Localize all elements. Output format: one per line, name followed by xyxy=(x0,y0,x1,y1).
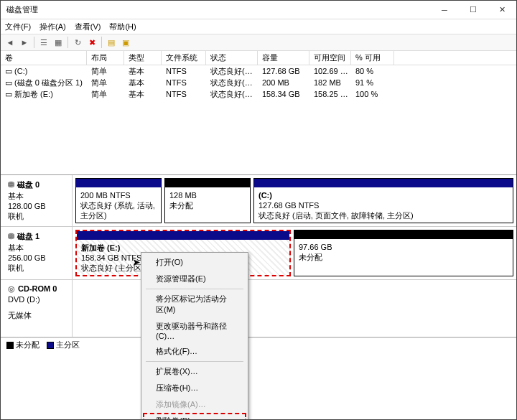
col-type[interactable]: 类型 xyxy=(124,51,162,65)
close-button[interactable]: ✕ xyxy=(488,1,516,19)
ctx-explorer[interactable]: 资源管理器(E) xyxy=(143,271,246,287)
ctx-format[interactable]: 格式化(F)… xyxy=(143,343,246,360)
partition-system[interactable]: 200 MB NTFS状态良好 (系统, 活动, 主分区) xyxy=(75,178,162,223)
volume-row[interactable]: ▭ (C:) 简单基本 NTFS状态良好(… 127.68 GB102.69 …… xyxy=(1,65,516,77)
toolbar: ◄ ► ☰ ▦ ↻ ✖ ▤ ▣ xyxy=(1,34,516,51)
disk-name: 磁盘 0 xyxy=(8,179,65,190)
col-layout[interactable]: 布局 xyxy=(87,51,124,65)
maximize-button[interactable]: ☐ xyxy=(459,1,488,19)
menu-file[interactable]: 文件(F) xyxy=(5,22,31,32)
col-free[interactable]: 可用空间 xyxy=(309,51,351,65)
help-icon[interactable]: ▣ xyxy=(119,36,132,49)
disk-graph: 磁盘 0 基本 128.00 GB 联机 200 MB NTFS状态良好 (系统… xyxy=(1,174,516,337)
col-volume[interactable]: 卷 xyxy=(1,51,87,65)
context-menu: 打开(O) 资源管理器(E) 将分区标记为活动分区(M) 更改驱动器号和路径(C… xyxy=(141,252,248,420)
back-icon[interactable]: ◄ xyxy=(4,36,17,49)
menu-action[interactable]: 操作(A) xyxy=(39,22,66,32)
col-percent[interactable]: % 可用 xyxy=(351,51,394,65)
volume-header: 卷 布局 类型 文件系统 状态 容量 可用空间 % 可用 xyxy=(1,51,516,65)
volume-row[interactable]: ▭ (磁盘 0 磁盘分区 1) 简单基本 NTFS状态良好(… 200 MB18… xyxy=(1,77,516,88)
ctx-change-letter[interactable]: 更改驱动器号和路径(C)… xyxy=(143,318,246,343)
ctx-delete-volume[interactable]: 删除卷(D)… xyxy=(143,413,246,420)
disk-row-0[interactable]: 磁盘 0 基本 128.00 GB 联机 200 MB NTFS状态良好 (系统… xyxy=(1,175,516,227)
col-capacity[interactable]: 容量 xyxy=(258,51,309,65)
partition-unalloc[interactable]: 97.66 GB未分配 xyxy=(294,230,513,276)
disk-row-cdrom[interactable]: CD-ROM 0 DVD (D:) 无媒体 xyxy=(1,280,516,337)
list-icon[interactable]: ▤ xyxy=(105,36,118,49)
disk-name: 磁盘 1 xyxy=(8,231,65,242)
menu-view[interactable]: 查看(V) xyxy=(75,22,101,32)
ctx-shrink[interactable]: 压缩卷(H)… xyxy=(143,380,246,396)
ctx-mark-active[interactable]: 将分区标记为活动分区(M) xyxy=(143,291,246,318)
props-icon[interactable]: ▦ xyxy=(52,36,65,49)
volume-list[interactable]: 卷 布局 类型 文件系统 状态 容量 可用空间 % 可用 ▭ (C:) 简单基本… xyxy=(1,51,516,174)
partition-unalloc[interactable]: 128 MB未分配 xyxy=(164,178,251,223)
disk-row-1[interactable]: 磁盘 1 基本 256.00 GB 联机 新加卷 (E:)158.34 GB N… xyxy=(1,227,516,280)
minimize-button[interactable]: ─ xyxy=(430,1,459,19)
up-icon[interactable]: ☰ xyxy=(37,36,50,49)
ctx-open[interactable]: 打开(O) xyxy=(143,254,246,271)
col-filesystem[interactable]: 文件系统 xyxy=(162,51,206,65)
legend: 未分配 主分区 xyxy=(1,337,516,352)
delete-icon[interactable]: ✖ xyxy=(85,36,98,49)
ctx-add-mirror: 添加镜像(A)… xyxy=(143,396,246,413)
menubar: 文件(F) 操作(A) 查看(V) 帮助(H) xyxy=(1,19,516,34)
col-status[interactable]: 状态 xyxy=(206,51,258,65)
volume-row[interactable]: ▭ 新加卷 (E:) 简单基本 NTFS状态良好(… 158.34 GB158.… xyxy=(1,88,516,100)
forward-icon[interactable]: ► xyxy=(18,36,31,49)
disk-name: CD-ROM 0 xyxy=(8,284,65,294)
menu-help[interactable]: 帮助(H) xyxy=(109,22,136,32)
refresh-icon[interactable]: ↻ xyxy=(71,36,84,49)
ctx-extend[interactable]: 扩展卷(X)… xyxy=(143,363,246,380)
window-title: 磁盘管理 xyxy=(6,4,430,15)
partition-c[interactable]: (C:)127.68 GB NTFS状态良好 (启动, 页面文件, 故障转储, … xyxy=(253,178,513,223)
